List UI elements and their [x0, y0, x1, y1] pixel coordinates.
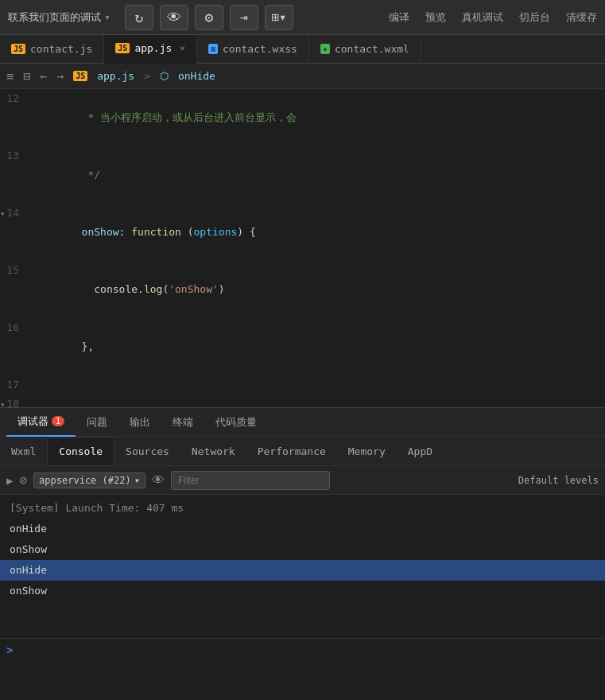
code-quality-label: 代码质量	[215, 415, 257, 430]
console-line-onshow-2: onShow	[0, 581, 605, 601]
ban-icon[interactable]: ⊘	[19, 472, 27, 488]
onhide-2-text: onHide	[10, 564, 47, 576]
refresh-icon: ↻	[134, 9, 143, 25]
label-clear-cache[interactable]: 清缓存	[566, 10, 597, 25]
console-tabs-row: Wxml Console Sources Network Performance…	[0, 437, 605, 466]
eye-icon: 👁	[167, 9, 181, 25]
preview-button[interactable]: 👁	[160, 5, 188, 30]
project-label: 联系我们页面的调试	[8, 10, 101, 25]
compile-icon: ⚙	[204, 9, 213, 25]
onhide-1-text: onHide	[10, 523, 47, 535]
code-editor[interactable]: 12 * 当小程序启动，或从后台进入前台显示，会 13 */ ▾14 onSho…	[0, 89, 605, 407]
default-levels-label: Default levels	[518, 475, 599, 486]
appd-tab-label: AppD	[408, 445, 432, 457]
play-icon[interactable]: ▶	[6, 474, 13, 487]
breadcrumb-sep: >	[144, 70, 150, 82]
tab-app-js[interactable]: JS app.js ✕	[104, 35, 197, 64]
console-tab-sources[interactable]: Sources	[114, 437, 180, 465]
filter-input[interactable]	[171, 471, 330, 490]
code-line-15: 15 console.log('onShow')	[0, 261, 605, 318]
main-toolbar: 联系我们页面的调试 ▾ ↻ 👁 ⚙ ⇥ ⊞▾ 编译 预览 真机调试 切后台 清缓…	[0, 0, 605, 35]
label-cut-bg[interactable]: 切后台	[519, 10, 550, 25]
console-output[interactable]: [System] Launch Time: 407 ms onHide onSh…	[0, 495, 605, 638]
wxss-icon: ≋	[208, 44, 218, 54]
tab-label: contact.js	[30, 43, 92, 55]
editor-toolbar: ≡ ⊟ ← → JS app.js > ⬡ onHide	[0, 64, 605, 89]
console-prompt[interactable]: >	[0, 638, 605, 660]
line-number: 12	[0, 89, 32, 108]
onshow-2-text: onShow	[10, 585, 47, 597]
line-number: 17	[0, 375, 32, 395]
debug-tab-output[interactable]: 输出	[118, 408, 161, 437]
fold-arrow[interactable]: ▾	[0, 400, 5, 407]
list-icon[interactable]: ≡	[6, 69, 14, 84]
js-icon: JS	[115, 43, 130, 53]
memory-tab-label: Memory	[348, 445, 386, 457]
compile-button[interactable]: ⚙	[195, 5, 223, 30]
fold-arrow[interactable]: ▾	[0, 209, 5, 218]
console-tab-network[interactable]: Network	[180, 437, 246, 465]
code-line-14: ▾14 onShow: function (options) {	[0, 204, 605, 261]
toolbar-labels: 编译 预览 真机调试 切后台 清缓存	[389, 10, 597, 25]
close-icon[interactable]: ✕	[180, 43, 185, 53]
console-line-onhide-2[interactable]: onHide	[0, 560, 605, 581]
forward-icon: ⇥	[240, 10, 248, 25]
terminal-label: 终端	[173, 415, 193, 430]
prompt-arrow-icon: >	[6, 644, 13, 656]
tab-contact-js[interactable]: JS contact.js	[0, 35, 104, 64]
bookmark-icon[interactable]: ⊟	[23, 69, 30, 84]
code-line-17: 17	[0, 375, 605, 395]
debug-tab-terminal[interactable]: 终端	[161, 408, 204, 437]
debug-tabs: 调试器 1 问题 输出 终端 代码质量	[0, 408, 605, 437]
tab-contact-wxml[interactable]: ✦ contact.wxml	[309, 35, 421, 64]
debug-tab-problems[interactable]: 问题	[76, 408, 118, 437]
label-compile[interactable]: 编译	[389, 10, 409, 25]
refresh-button[interactable]: ↻	[125, 5, 153, 30]
console-tab-performance[interactable]: Performance	[246, 437, 337, 465]
console-tab-appd[interactable]: AppD	[397, 437, 444, 465]
service-dropdown-arrow: ▾	[134, 475, 140, 486]
line-number: 15	[0, 261, 32, 280]
dropdown-arrow: ▾	[104, 11, 111, 23]
code-line-12: 12 * 当小程序启动，或从后台进入前台显示，会	[0, 89, 605, 146]
forward-button[interactable]: ⇥	[230, 5, 258, 30]
console-tab-console[interactable]: Console	[47, 437, 114, 465]
eye-icon[interactable]: 👁	[152, 472, 165, 488]
problems-label: 问题	[87, 415, 107, 430]
forward-icon[interactable]: →	[56, 69, 64, 84]
debugger-badge: 1	[52, 416, 64, 426]
console-tab-memory[interactable]: Memory	[337, 437, 397, 465]
debug-tab-code-quality[interactable]: 代码质量	[204, 408, 268, 437]
back-icon[interactable]: ←	[40, 69, 47, 84]
line-number: ▾18	[0, 395, 32, 407]
console-tab-wxml[interactable]: Wxml	[0, 437, 47, 465]
line-number: 16	[0, 318, 32, 337]
breadcrumb-icon: JS	[73, 71, 87, 81]
line-content: * 当小程序启动，或从后台进入前台显示，会	[32, 89, 605, 146]
console-line-system: [System] Launch Time: 407 ms	[0, 498, 605, 519]
bottom-panel: 调试器 1 问题 输出 终端 代码质量 Wxml Console Sources…	[0, 407, 605, 660]
code-line-16: 16 },	[0, 318, 605, 375]
breadcrumb-filename: app.js	[97, 70, 134, 82]
debug-tab-debugger[interactable]: 调试器 1	[6, 408, 76, 437]
tab-label: contact.wxss	[223, 43, 297, 55]
layers-button[interactable]: ⊞▾	[265, 5, 293, 30]
wxml-icon: ✦	[320, 44, 330, 54]
service-selector[interactable]: appservice (#22) ▾	[33, 472, 145, 488]
code-line-13: 13 */	[0, 146, 605, 204]
line-number: ▾14	[0, 204, 32, 224]
service-label: appservice (#22)	[39, 475, 131, 486]
line-content: /**	[32, 395, 605, 407]
label-real-debug[interactable]: 真机调试	[462, 10, 503, 25]
layers-icon: ⊞▾	[271, 10, 286, 25]
network-tab-label: Network	[192, 445, 235, 457]
tab-contact-wxss[interactable]: ≋ contact.wxss	[197, 35, 309, 64]
label-preview[interactable]: 预览	[425, 10, 446, 25]
sources-tab-label: Sources	[126, 445, 169, 457]
project-selector[interactable]: 联系我们页面的调试 ▾	[8, 10, 111, 25]
line-number: 13	[0, 146, 32, 165]
console-toolbar: ▶ ⊘ appservice (#22) ▾ 👁 Default levels	[0, 466, 605, 495]
file-tabs: JS contact.js JS app.js ✕ ≋ contact.wxss…	[0, 35, 605, 64]
wxml-tab-label: Wxml	[11, 445, 36, 457]
line-content: */	[32, 146, 605, 204]
